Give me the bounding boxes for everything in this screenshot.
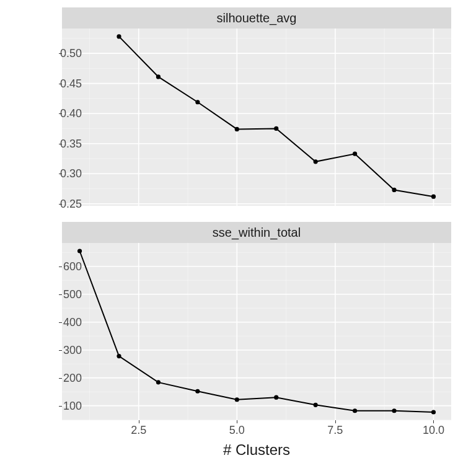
data-point (431, 410, 436, 414)
y-tick-label: 0.40 (60, 107, 82, 120)
data-point (235, 397, 239, 402)
data-point (77, 249, 82, 253)
data-point (117, 354, 121, 358)
y-tick-mark (59, 378, 62, 379)
y-tick-mark (59, 406, 62, 407)
plot-area (62, 243, 451, 420)
y-tick-mark (59, 84, 62, 84)
facet-panel-1: sse_within_total (62, 222, 451, 420)
data-point (195, 389, 200, 394)
data-line (119, 37, 433, 196)
data-point (392, 408, 396, 413)
plot-area (62, 29, 451, 206)
facet-strip: sse_within_total (62, 222, 451, 244)
data-point (235, 127, 239, 131)
x-tick-label: 10.0 (423, 424, 444, 437)
y-tick-label: 100 (63, 399, 82, 412)
y-tick-label: 600 (63, 260, 82, 273)
y-tick-label: 0.30 (60, 167, 82, 180)
facet-panel-0: silhouette_avg (62, 7, 451, 206)
data-point (195, 100, 200, 104)
x-tick-label: 7.5 (327, 424, 343, 437)
y-tick-label: 0.35 (60, 137, 82, 150)
x-tick-label: 5.0 (229, 424, 245, 437)
data-line (80, 251, 434, 412)
x-tick-mark (139, 420, 139, 423)
x-axis-title: # Clusters (62, 441, 451, 459)
data-point (156, 380, 161, 384)
data-point (117, 34, 121, 38)
y-tick-mark (59, 174, 62, 174)
y-tick-mark (59, 204, 62, 205)
x-tick-mark (335, 420, 336, 423)
data-point (314, 159, 318, 164)
y-tick-label: 300 (63, 343, 82, 356)
data-point (431, 195, 436, 199)
data-point (353, 152, 357, 156)
x-tick-mark (433, 420, 434, 423)
data-point (156, 74, 161, 79)
data-point (274, 395, 278, 400)
facet-strip: silhouette_avg (62, 7, 451, 29)
x-tick-label: 2.5 (131, 424, 146, 437)
data-point (353, 408, 357, 413)
data-point (392, 188, 396, 192)
y-tick-mark (59, 350, 62, 351)
data-point (274, 126, 278, 131)
x-tick-mark (237, 420, 237, 423)
y-tick-mark (59, 113, 62, 114)
y-tick-mark (59, 267, 62, 267)
y-tick-label: 400 (63, 315, 82, 328)
y-tick-mark (59, 322, 62, 323)
data-point (314, 403, 318, 407)
y-tick-label: 0.50 (60, 47, 82, 60)
y-tick-label: 500 (63, 288, 82, 301)
y-tick-label: 200 (63, 371, 82, 384)
y-tick-mark (59, 294, 62, 295)
y-tick-mark (59, 53, 62, 54)
y-tick-label: 0.25 (60, 197, 82, 210)
y-tick-mark (59, 144, 62, 144)
y-tick-label: 0.45 (60, 77, 82, 90)
